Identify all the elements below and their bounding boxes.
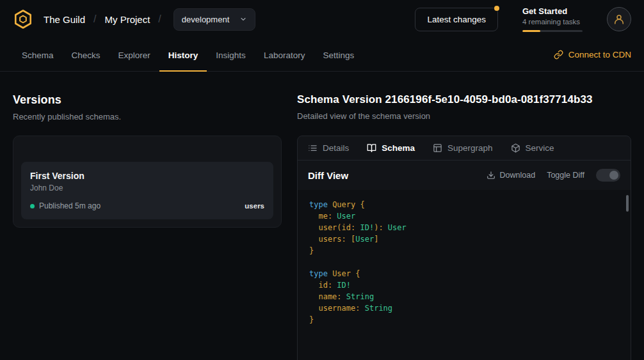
detail-tabs: Details Schema Supergraph: [298, 136, 631, 160]
service-icon: [511, 143, 520, 153]
version-list-item[interactable]: First Version John Doe Published 5m ago …: [21, 162, 273, 219]
detail-tab-schema[interactable]: Schema: [367, 143, 415, 153]
tab-schema[interactable]: Schema: [13, 38, 63, 72]
environment-select[interactable]: development: [173, 8, 255, 31]
breadcrumb-separator: /: [93, 13, 96, 25]
get-started-progress-fill: [522, 30, 540, 32]
code-line: user(id: ID!): User: [309, 222, 619, 233]
code-line: }: [309, 245, 619, 256]
versions-section: Versions Recently published schemas. Fir…: [13, 93, 282, 360]
detail-tab-service-label: Service: [526, 143, 554, 153]
tab-explorer[interactable]: Explorer: [109, 38, 159, 72]
hive-logo-icon: [13, 9, 33, 29]
toggle-diff-label: Toggle Diff: [547, 171, 584, 180]
supergraph-icon: [433, 143, 442, 153]
diff-actions: Download Toggle Diff: [487, 169, 620, 182]
user-menu-button[interactable]: [607, 7, 631, 31]
detail-tab-supergraph-label: Supergraph: [447, 143, 493, 153]
detail-tab-schema-label: Schema: [382, 143, 415, 153]
header-right: Latest changes Get Started 4 remaining t…: [415, 6, 631, 32]
version-detail-subtitle: Detailed view of the schema version: [297, 111, 631, 121]
breadcrumb-separator: /: [158, 13, 161, 25]
main-nav: Schema Checks Explorer History Insights …: [0, 38, 644, 72]
download-icon: [487, 171, 495, 180]
breadcrumb: The Guild / My Project /: [44, 13, 161, 25]
published-status-dot: [30, 204, 35, 208]
version-title: First Version: [30, 171, 264, 181]
code-line: users: [User]: [309, 233, 619, 245]
code-line: id: ID!: [309, 279, 619, 291]
detail-tab-supergraph[interactable]: Supergraph: [433, 143, 493, 153]
code-line: me: User: [309, 210, 619, 222]
get-started-tasks: 4 remaining tasks: [522, 18, 583, 26]
tab-history[interactable]: History: [159, 38, 207, 72]
connect-cdn-label: Connect to CDN: [568, 50, 631, 59]
main-content: Versions Recently published schemas. Fir…: [0, 72, 644, 360]
app-root: The Guild / My Project / development Lat…: [0, 0, 644, 360]
get-started-title: Get Started: [522, 6, 583, 16]
tab-checks[interactable]: Checks: [63, 38, 109, 72]
code-line: name: String: [309, 291, 619, 302]
get-started-progress: [522, 30, 583, 32]
versions-title: Versions: [13, 93, 282, 107]
hive-logo[interactable]: [13, 9, 33, 29]
version-service-badge: users: [245, 202, 264, 210]
code-block: type Query { me: User user(id: ID!): Use…: [309, 199, 619, 325]
detail-tab-service[interactable]: Service: [511, 143, 554, 153]
code-line: [309, 256, 619, 268]
link-icon: [554, 50, 563, 59]
breadcrumb-org[interactable]: The Guild: [44, 14, 85, 25]
code-line: type User {: [309, 268, 619, 279]
code-viewer[interactable]: type Query { me: User user(id: ID!): Use…: [298, 190, 631, 360]
version-detail-panel: Details Schema Supergraph: [297, 136, 631, 360]
detail-tab-details[interactable]: Details: [308, 143, 349, 153]
chevron-down-icon: [239, 15, 247, 23]
diff-toolbar: Diff View Download Toggle Diff: [298, 160, 631, 190]
detail-tab-details-label: Details: [323, 143, 349, 153]
code-line: username: String: [309, 302, 619, 314]
toggle-diff-switch[interactable]: [596, 169, 620, 182]
diff-view-title: Diff View: [308, 170, 348, 181]
versions-list: First Version John Doe Published 5m ago …: [13, 136, 282, 228]
toggle-knob: [609, 171, 618, 180]
latest-changes-button[interactable]: Latest changes: [415, 8, 498, 31]
tab-settings[interactable]: Settings: [314, 38, 363, 72]
tab-laboratory[interactable]: Laboratory: [255, 38, 314, 72]
scrollbar-thumb[interactable]: [626, 195, 629, 212]
download-button[interactable]: Download: [487, 171, 536, 180]
version-detail-section: Schema Version 2166196f-5e10-4059-bd0a-0…: [297, 93, 631, 360]
header: The Guild / My Project / development Lat…: [0, 0, 644, 38]
version-status: Published 5m ago: [39, 201, 101, 210]
tab-insights[interactable]: Insights: [207, 38, 255, 72]
version-detail-title: Schema Version 2166196f-5e10-4059-bd0a-0…: [297, 93, 631, 106]
connect-cdn-link[interactable]: Connect to CDN: [554, 50, 631, 59]
notification-dot: [494, 6, 499, 11]
environment-select-value: development: [182, 15, 229, 24]
latest-changes-label: Latest changes: [427, 15, 486, 24]
versions-subtitle: Recently published schemas.: [13, 112, 282, 121]
download-label: Download: [500, 171, 536, 180]
schema-icon: [367, 143, 376, 153]
code-line: }: [309, 314, 619, 325]
get-started-widget[interactable]: Get Started 4 remaining tasks: [522, 6, 583, 32]
breadcrumb-project[interactable]: My Project: [105, 14, 150, 25]
user-icon: [613, 13, 625, 26]
version-author: John Doe: [30, 184, 264, 192]
code-line: type Query {: [309, 199, 619, 210]
version-meta: Published 5m ago users: [30, 201, 264, 210]
list-icon: [308, 143, 318, 153]
